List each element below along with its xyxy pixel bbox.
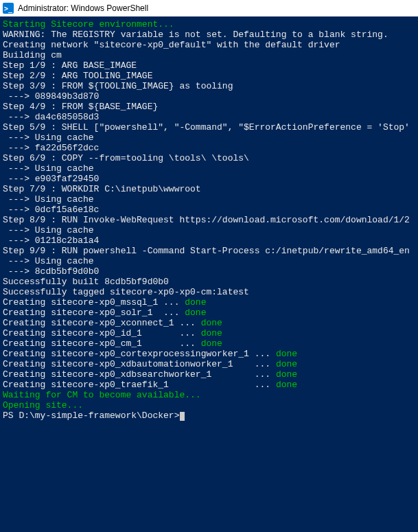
output-line: ---> 0dcf15a6e18c (3, 205, 417, 215)
prompt-line[interactable]: PS D:\my-simple-framework\Docker> (3, 410, 417, 421)
status-done: done (201, 328, 222, 338)
output-text: Creating sitecore-xp0_id_1 ... (3, 328, 201, 338)
output-line: ---> Using cache (3, 256, 417, 266)
output-text: Creating sitecore-xp0_solr_1 ... (3, 308, 185, 318)
output-line: Successfully built 8cdb5bf9d0b0 (3, 277, 417, 287)
output-line: ---> Using cache (3, 194, 417, 205)
window-title: Administrator: Windows PowerShell (18, 3, 148, 14)
output-line: Creating sitecore-xp0_mssql_1 ... done (3, 297, 417, 308)
output-line: Step 4/9 : FROM ${BASE_IMAGE} (3, 102, 417, 112)
window-titlebar: >_ Administrator: Windows PowerShell (0, 0, 418, 16)
output-line: Step 6/9 : COPY --from=tooling \tools\ \… (3, 153, 417, 163)
output-line: Waiting for CM to become available... (3, 390, 417, 400)
output-line: Successfully tagged sitecore-xp0-xp0-cm:… (3, 287, 417, 297)
prompt-text: PS D:\my-simple-framework\Docker> (3, 410, 179, 421)
cursor (180, 412, 185, 421)
status-done: done (201, 318, 222, 328)
output-line: Creating sitecore-xp0_xconnect_1 ... don… (3, 318, 417, 328)
powershell-icon: >_ (3, 3, 14, 14)
output-line: Creating network "sitecore-xp0_default" … (3, 40, 417, 50)
status-done: done (276, 380, 297, 390)
output-line: Creating sitecore-xp0_traefik_1 ... done (3, 380, 417, 390)
output-line: Step 8/9 : RUN Invoke-WebRequest https:/… (3, 215, 417, 225)
status-done: done (276, 359, 297, 369)
output-line: ---> da4c685058d3 (3, 112, 417, 122)
output-text: Creating sitecore-xp0_cortexprocessingwo… (3, 349, 276, 359)
status-done: done (185, 297, 206, 308)
output-text: Creating sitecore-xp0_xdbautomationworke… (3, 359, 276, 369)
output-line: WARNING: The REGISTRY variable is not se… (3, 30, 417, 40)
output-line: ---> Using cache (3, 225, 417, 235)
output-line: ---> fa22d56f2dcc (3, 143, 417, 153)
output-text: Creating sitecore-xp0_cm_1 ... (3, 338, 201, 349)
output-line: Starting Sitecore environment... (3, 19, 417, 30)
output-line: Step 7/9 : WORKDIR C:\inetpub\wwwroot (3, 184, 417, 194)
output-line: Creating sitecore-xp0_id_1 ... done (3, 328, 417, 338)
output-line: Step 1/9 : ARG BASE_IMAGE (3, 60, 417, 71)
output-line: ---> 01218c2ba1a4 (3, 235, 417, 246)
output-text: Creating sitecore-xp0_xdbsearchworker_1 … (3, 369, 276, 380)
output-text: Creating sitecore-xp0_xconnect_1 ... (3, 318, 201, 328)
output-line: Creating sitecore-xp0_solr_1 ... done (3, 308, 417, 318)
output-line: ---> Using cache (3, 132, 417, 143)
status-done: done (276, 349, 297, 359)
output-line: Creating sitecore-xp0_cm_1 ... done (3, 338, 417, 349)
status-done: done (276, 369, 297, 380)
output-line: ---> e903faf29450 (3, 174, 417, 184)
output-line: Step 9/9 : RUN powershell -Command Start… (3, 246, 417, 256)
output-line: Creating sitecore-xp0_cortexprocessingwo… (3, 349, 417, 359)
status-done: done (201, 338, 222, 349)
output-text: Creating sitecore-xp0_traefik_1 ... (3, 380, 276, 390)
output-line: ---> Using cache (3, 163, 417, 174)
output-line: Step 3/9 : FROM ${TOOLING_IMAGE} as tool… (3, 81, 417, 91)
status-done: done (185, 308, 206, 318)
terminal-output[interactable]: Starting Sitecore environment...WARNING:… (0, 16, 418, 422)
output-line: Building cm (3, 50, 417, 60)
output-line: Step 5/9 : SHELL ["powershell", "-Comman… (3, 122, 417, 132)
output-line: Creating sitecore-xp0_xdbsearchworker_1 … (3, 369, 417, 380)
output-line: Step 2/9 : ARG TOOLING_IMAGE (3, 71, 417, 81)
output-line: Opening site... (3, 400, 417, 410)
output-line: ---> 8cdb5bf9d0b0 (3, 266, 417, 277)
output-line: ---> 089849b3d870 (3, 91, 417, 102)
output-line: Creating sitecore-xp0_xdbautomationworke… (3, 359, 417, 369)
output-text: Creating sitecore-xp0_mssql_1 ... (3, 297, 185, 308)
